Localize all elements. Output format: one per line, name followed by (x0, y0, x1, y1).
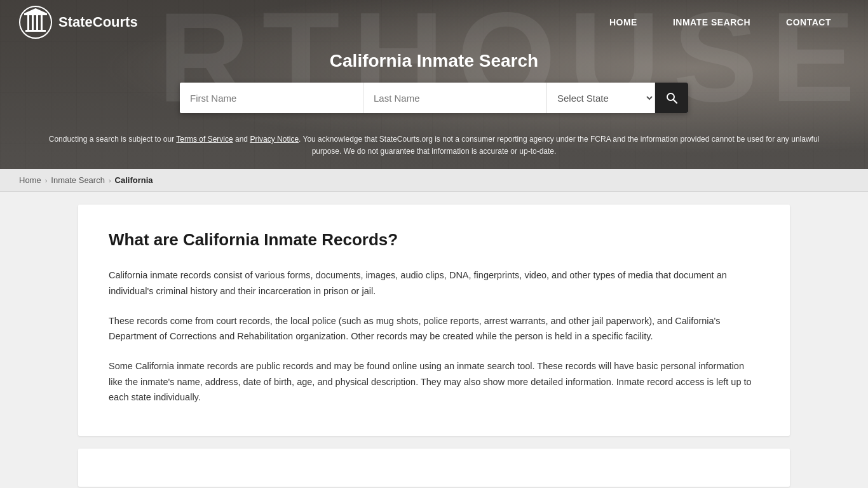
hero-section: RTHOUSE StateCourts HOME INMATE SEARCH C… (0, 0, 868, 169)
breadcrumb-sep-2: › (109, 177, 111, 184)
article-card: What are California Inmate Records? Cali… (78, 205, 790, 435)
page-title: California Inmate Search (330, 51, 538, 71)
nav-inmate-search[interactable]: INMATE SEARCH (655, 0, 768, 44)
search-form: Select StateAlabamaAlaskaArizonaArkansas… (180, 83, 688, 113)
svg-rect-5 (36, 15, 38, 30)
disclaimer-text-after: . You acknowledge that StateCourts.org i… (299, 135, 819, 156)
search-button[interactable] (655, 83, 688, 113)
svg-line-9 (674, 100, 677, 104)
svg-rect-2 (24, 13, 47, 15)
svg-rect-3 (27, 15, 29, 30)
article-paragraph-3: Some California inmate records are publi… (109, 358, 759, 405)
logo-link[interactable]: StateCourts (19, 6, 138, 39)
article-card-partial (78, 449, 790, 487)
breadcrumb-sep-1: › (45, 177, 48, 184)
first-name-input[interactable] (180, 83, 363, 113)
svg-rect-4 (32, 15, 34, 30)
breadcrumb-current: California (115, 175, 153, 185)
article-paragraph-2: These records come from court records, t… (109, 313, 759, 344)
navbar: StateCourts HOME INMATE SEARCH CONTACT (0, 0, 868, 44)
search-icon (665, 92, 678, 104)
disclaimer: Conducting a search is subject to our Te… (0, 126, 868, 169)
disclaimer-text-before: Conducting a search is subject to our (49, 135, 177, 144)
terms-of-service-link[interactable]: Terms of Service (176, 135, 233, 144)
svg-rect-1 (25, 30, 46, 32)
nav-home[interactable]: HOME (592, 0, 655, 44)
svg-rect-6 (41, 15, 43, 30)
breadcrumb-inmate-search[interactable]: Inmate Search (51, 175, 105, 185)
article-paragraph-1: California inmate records consist of var… (109, 268, 759, 299)
hero-content: California Inmate Search Select StateAla… (0, 44, 868, 126)
nav-links: HOME INMATE SEARCH CONTACT (592, 0, 849, 44)
last-name-input[interactable] (363, 83, 547, 113)
breadcrumb-home[interactable]: Home (19, 175, 41, 185)
disclaimer-text-between: and (233, 135, 250, 144)
breadcrumb: Home › Inmate Search › California (0, 169, 868, 192)
logo-icon (19, 6, 52, 39)
article-heading: What are California Inmate Records? (109, 230, 759, 250)
privacy-notice-link[interactable]: Privacy Notice (250, 135, 299, 144)
logo-text: StateCourts (58, 14, 138, 30)
main-content: What are California Inmate Records? Cali… (59, 192, 809, 488)
nav-contact[interactable]: CONTACT (768, 0, 849, 44)
state-select[interactable]: Select StateAlabamaAlaskaArizonaArkansas… (547, 83, 655, 113)
